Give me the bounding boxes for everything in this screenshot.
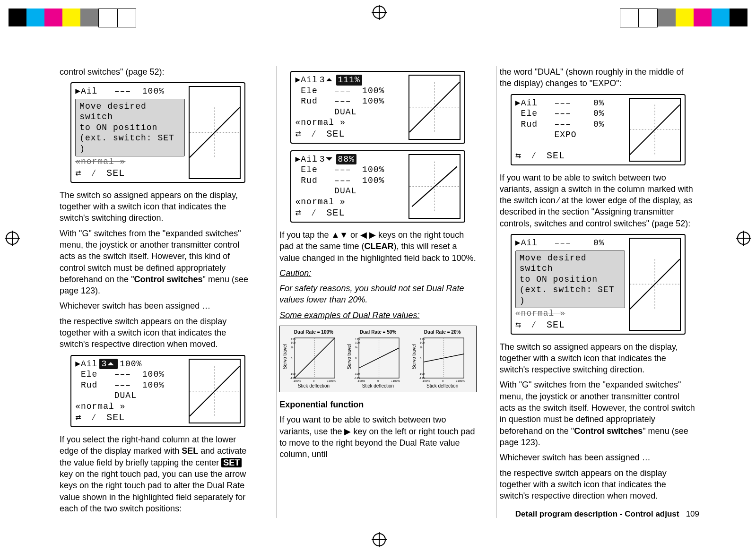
svg-text:125: 125 [420,338,425,341]
lcd-line: 3⏷ [320,154,334,165]
paragraph: The switch so assigned appears on the di… [500,341,696,376]
lcd-hint: to ON position [520,274,621,285]
lcd-hint: to ON position [79,122,181,133]
color-swatch [620,9,639,27]
color-swatch [658,9,676,26]
caution-body: For safety reasons, you should not set D… [279,283,476,306]
paragraph: With "G" switches from the "expanded swi… [500,379,696,448]
lcd-screen: ▶Ail ––– 0% Ele ––– 0% Rud ––– 0% EXPO ⇆… [511,94,686,165]
set-badge: SET [221,458,242,467]
lcd-line: 100% [120,359,142,370]
lcd-line: Rud ––– 100% [75,380,165,391]
lcd-line: Rud ––– 100% [295,96,384,107]
lcd-line: «normal » [75,401,125,412]
lcd-graph [408,75,461,140]
chart-title: Dual Rate = 100% [294,329,333,336]
lcd-line: ▶Ail [295,154,317,165]
lcd-screen: ▶Ail ––– 100% Move desired switch to ON … [70,82,245,183]
svg-text:%: % [291,346,294,349]
lcd-graph [629,238,681,331]
paragraph: If you tap the ▲▼ or ◀ ▶ keys on the rig… [279,229,476,264]
lcd-line: DUAL [295,107,356,118]
page-footer: Detail program description - Control adj… [515,509,699,519]
paragraph: With "G" switches from the "expanded swi… [60,228,256,297]
y-axis-label: Servo travel [282,344,288,369]
examples-head: Some examples of Dual Rate values: [279,310,476,321]
lcd-line: ▶Ail ––– 100% [75,86,165,97]
svg-text:100: 100 [355,341,360,344]
page-number: 109 [686,509,699,518]
lcd-line: ▶Ail [75,359,97,370]
paragraph: If you want to be able to switch between… [500,172,696,229]
svg-text:0: 0 [291,357,293,360]
switch-icon: ⁄ [91,412,97,423]
bold: Control switches [134,275,203,284]
column-2: ▶Ail 3⏶ 111% Ele ––– 100% Rud ––– 100% D… [276,66,479,518]
svg-text:-100: -100 [354,372,360,375]
lcd-line: Ele ––– 100% [295,86,384,96]
paragraph: Whichever switch has been assigned … [60,300,256,311]
chart-title: Dual Rate = 50% [360,329,397,336]
lcd-graph [189,86,241,179]
sel-label: SEL [106,412,125,423]
svg-text:0: 0 [313,380,315,382]
column-3: the word "DUAL" (shown roughly in the mi… [496,66,699,518]
lcd-hint-box: Move desired switch to ON position (ext.… [75,99,185,157]
lcd-line: Rud ––– 0% [515,119,605,130]
lcd-graph [408,154,461,219]
caution-head: Caution: [279,267,476,279]
sel-label: SEL [327,128,345,140]
svg-text:+100%: +100% [456,380,465,382]
lcd-line: Rud ––– 100% [295,175,384,186]
paragraph: control switches" (page 52): [60,66,256,78]
color-swatch [730,9,747,26]
lcd-hint: (ext. switch: SET ) [520,285,621,306]
example-chart: Dual Rate = 50% Servo travel 125 100 % 0… [347,329,408,389]
lcd-screen: ▶Ail 3⏷ 88% Ele ––– 100% Rud ––– 100% DU… [290,150,465,223]
lcd-line: DUAL [295,186,356,197]
lcd-highlight: 3⏶ [99,359,118,370]
color-swatch [639,9,658,27]
lcd-screen: ▶Ail 3⏶ 100% Ele ––– 100% Rud ––– 100% D… [70,355,245,428]
arrow-horiz-icon: ⇆ [515,150,521,162]
arrow-horiz-icon: ⇄ [75,167,81,179]
chart-svg: 125 100 % 0 -100 -125 -100% 0 +100% [347,336,408,383]
svg-text:0: 0 [420,357,422,360]
color-swatch [676,9,694,26]
svg-text:%: % [420,346,423,349]
lcd-line: «normal » [75,156,185,167]
lcd-line: Ele ––– 0% [515,108,605,119]
svg-text:+100%: +100% [327,380,336,382]
chart-svg: 125 100 % 0 -100 -125 -100% 0 +100% [412,336,473,383]
lcd-line: ▶Ail ––– 0% [515,98,605,109]
registration-mark-icon [737,232,750,245]
svg-text:0: 0 [377,380,379,382]
svg-text:-100%: -100% [357,380,365,382]
text: key on the right touch pad, you can use … [60,469,246,513]
arrow-horiz-icon: ⇄ [75,412,81,423]
sel-label: SEL [327,207,345,219]
lcd-hint: Move desired switch [520,253,621,274]
x-axis-label: Stick deflection [362,383,394,389]
color-swatch [117,9,136,27]
bold: CLEAR [364,242,393,251]
column-1: control switches" (page 52): ▶Ail ––– 10… [57,66,259,518]
switch-icon: ⁄ [531,150,537,162]
example-chart: Dual Rate = 100% Servo travel 125 100 % … [283,329,344,389]
lcd-graph [629,98,681,162]
paragraph: The switch so assigned appears on the di… [60,190,256,224]
svg-text:125: 125 [291,338,296,341]
color-swatch [26,9,44,26]
color-swatch-strip-right [620,9,747,27]
lcd-hint-box: Move desired switch to ON position (ext.… [515,250,625,309]
switch-icon: ⁄ [91,167,97,179]
svg-text:100: 100 [420,341,425,344]
switch-icon: ⁄ [311,207,317,219]
lcd-screen: ▶Ail 3⏶ 111% Ele ––– 100% Rud ––– 100% D… [290,71,465,144]
switch-icon: ⁄ [311,128,317,140]
x-axis-label: Stick deflection [426,383,458,389]
sel-label: SEL [547,150,565,162]
paragraph: the word "DUAL" (shown roughly in the mi… [500,66,696,89]
svg-text:-100%: -100% [293,380,301,382]
color-swatch [712,9,730,26]
